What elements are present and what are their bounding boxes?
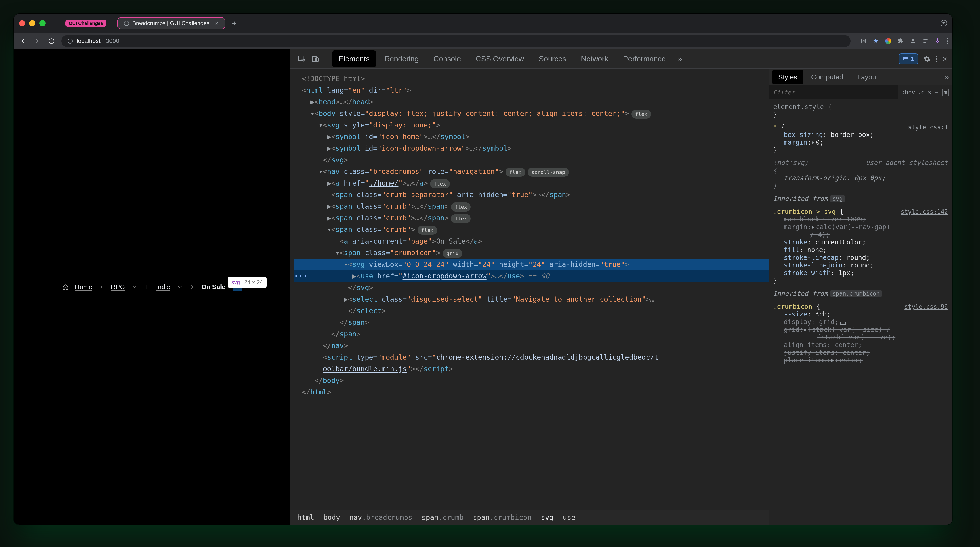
styles-tabs-overflow-icon[interactable]: » [945,73,949,81]
styles-filter: :hov .cls ＋ ▣ [769,86,952,99]
puzzle-icon[interactable] [898,38,904,44]
toolbar-right: ★ [861,37,948,45]
issues-pill[interactable]: 1 [899,53,918,64]
tooltip-tag: svg [231,279,240,286]
svg-rect-8 [937,38,938,41]
styles-filter-input[interactable] [769,86,898,99]
styles-tabbar: Styles Computed Layout » [769,69,952,86]
url-host: localhost [76,37,100,45]
tab-network[interactable]: Network [574,50,615,67]
tab-active[interactable]: Breadcrumbs | GUI Challenges × [117,17,226,29]
close-window-icon[interactable] [19,20,25,26]
new-tab-button[interactable]: + [230,19,239,28]
tab-strip: GUI Challenges Breadcrumbs | GUI Challen… [14,14,952,32]
chevron-right-icon [144,284,150,290]
tab-console[interactable]: Console [427,50,467,67]
tab-title: Breadcrumbs | GUI Challenges [132,20,210,27]
mic-icon[interactable] [935,38,940,45]
tab-inactive[interactable]: GUI Challenges [59,17,113,30]
devtools-body: <!DOCTYPE html> <html lang="en" dir="ltr… [290,69,952,525]
issues-count: 1 [911,55,914,62]
menu-icon[interactable] [947,38,948,45]
svg-rect-10 [312,56,316,62]
content-area: svg 24 × 24 Home RPG Indie On Sale [14,49,952,525]
url-bar[interactable]: localhost:3000 [61,35,851,47]
dom-breadcrumbs[interactable]: html body nav.breadcrumbs span.crumb spa… [290,510,769,525]
reload-button[interactable] [47,37,56,46]
toolbar: localhost:3000 ★ [14,32,952,49]
crumb-indie[interactable]: Indie [156,283,170,291]
devtools: Elements Rendering Console CSS Overview … [290,49,952,525]
extension-icon[interactable] [885,38,891,44]
breadcrumbs-nav: Home RPG Indie On Sale [62,283,242,291]
chevron-down-icon[interactable] [132,284,137,290]
tab-overflow-icon[interactable] [940,20,947,27]
styles-rules[interactable]: element.style { } * {style.css:1 box-siz… [769,99,952,525]
elements-panel: <!DOCTYPE html> <html lang="en" dir="ltr… [290,69,769,525]
inspector-tooltip: svg 24 × 24 [228,277,267,288]
globe-icon [124,21,129,26]
tab-rendering[interactable]: Rendering [378,50,425,67]
devtools-menu-icon[interactable] [936,56,937,62]
inspect-icon[interactable] [295,53,307,65]
svg-point-4 [912,39,914,41]
gear-icon[interactable] [923,55,931,63]
profile-icon[interactable] [910,38,916,44]
reading-list-icon[interactable] [923,38,928,44]
dom-tree[interactable]: <!DOCTYPE html> <html lang="en" dir="ltr… [290,69,769,510]
hov-toggle[interactable]: :hov [902,89,915,95]
new-style-rule-icon[interactable]: ＋ [934,89,940,96]
styles-tab-layout[interactable]: Layout [851,70,884,84]
tab-sources[interactable]: Sources [533,50,573,67]
crumb-home[interactable]: Home [75,283,92,291]
crumb-current: On Sale [201,283,226,291]
tab-css-overview[interactable]: CSS Overview [469,50,530,67]
tab-favicon-chip: GUI Challenges [65,20,107,27]
styles-pane: Styles Computed Layout » :hov .cls ＋ ▣ [769,69,952,525]
maximize-window-icon[interactable] [40,20,46,26]
window-controls [19,20,46,26]
share-icon[interactable] [861,38,867,44]
devtools-tabbar: Elements Rendering Console CSS Overview … [290,49,952,69]
url-path: :3000 [104,37,119,45]
close-tab-icon[interactable]: × [215,20,218,27]
devtools-close-icon[interactable]: × [942,54,947,64]
tooltip-dimensions: 24 × 24 [244,279,263,286]
chevron-down-icon[interactable] [177,284,183,290]
browser-window: GUI Challenges Breadcrumbs | GUI Challen… [14,14,952,525]
back-button[interactable] [18,37,27,46]
home-icon [62,284,68,290]
forward-button[interactable] [32,37,42,46]
info-icon [67,38,73,44]
device-toggle-icon[interactable] [309,53,321,65]
rendered-page: svg 24 × 24 Home RPG Indie On Sale [14,49,290,525]
styles-tab-styles[interactable]: Styles [772,70,803,84]
tabs-overflow-icon[interactable]: » [674,53,686,65]
cls-toggle[interactable]: .cls [918,89,931,95]
chevron-right-icon [189,284,195,290]
box-model-icon[interactable]: ▣ [942,89,949,96]
crumb-rpg[interactable]: RPG [111,283,125,291]
tab-performance[interactable]: Performance [617,50,672,67]
svg-rect-11 [315,57,318,62]
tab-elements[interactable]: Elements [332,50,376,67]
chevron-right-icon [99,284,105,290]
bookmark-icon[interactable]: ★ [873,37,879,45]
minimize-window-icon[interactable] [29,20,35,26]
styles-tab-computed[interactable]: Computed [805,70,849,84]
